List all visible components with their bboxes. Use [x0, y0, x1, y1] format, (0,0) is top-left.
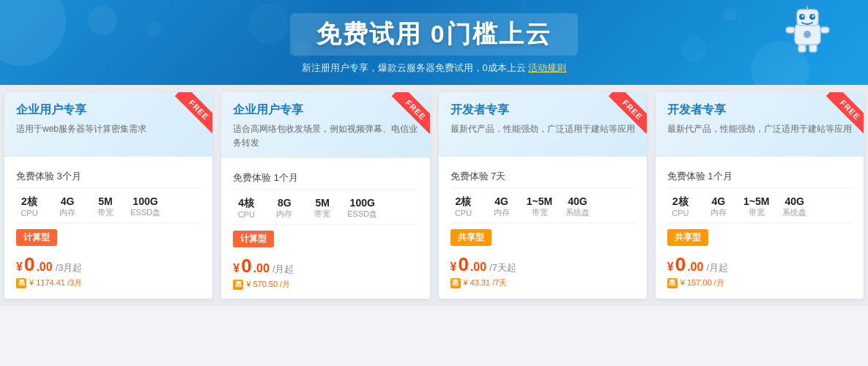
- price-original-1: 惠 ¥ 1174.41 /3月: [16, 277, 201, 288]
- price-decimal-4: .00: [687, 261, 703, 274]
- free-ribbon-3: [596, 92, 647, 143]
- price-integer-1: 0: [24, 253, 34, 276]
- badge-4: 共享型: [667, 229, 708, 246]
- svg-rect-9: [820, 27, 829, 33]
- spec-value-4-3: 40G: [782, 195, 808, 207]
- specs-row-1: 2核 CPU 4G 内存 5M 带宽 100G: [16, 188, 201, 223]
- price-currency-1: ¥: [16, 261, 23, 274]
- price-period-2: /月起: [272, 263, 294, 276]
- spec-label-1-3: ESSD盘: [130, 207, 160, 218]
- spec-value-2-2: 5M: [309, 197, 335, 209]
- spec-item-1-1: 4G 内存: [54, 195, 81, 218]
- price-currency-3: ¥: [450, 261, 457, 274]
- price-row-3: ¥ 0 .00 /7天起 惠 ¥ 43.31 /7天: [450, 249, 635, 290]
- price-period-4: /月起: [706, 261, 728, 274]
- trial-period-4: 免费体验 1个月: [667, 164, 852, 188]
- spec-label-2-3: ESSD盘: [347, 209, 377, 220]
- price-original-icon-1: 惠: [16, 278, 26, 288]
- activity-rules-link[interactable]: 活动规则: [528, 62, 566, 73]
- spec-label-3-3: 系统盘: [565, 207, 591, 218]
- badge-row-3: 共享型: [450, 223, 635, 249]
- price-original-text-1: ¥ 1174.41 /3月: [29, 277, 82, 288]
- spec-value-3-0: 2核: [450, 195, 477, 209]
- spec-item-4-2: 1~5M 带宽: [743, 195, 770, 218]
- free-ribbon-4: [812, 92, 864, 143]
- spec-item-2-2: 5M 带宽: [309, 197, 335, 220]
- card-2: 企业用户专享 适合高网络包收发场景，例如视频弹幕、电信业务转发 免费体验 1个月…: [221, 92, 429, 299]
- spec-value-3-3: 40G: [565, 195, 591, 207]
- price-currency-2: ¥: [233, 262, 240, 275]
- price-main-3: ¥ 0 .00 /7天起: [450, 253, 635, 276]
- spec-value-4-0: 2核: [667, 195, 694, 209]
- price-row-1: ¥ 0 .00 /3月起 惠 ¥ 1174.41 /3月: [16, 249, 201, 290]
- spec-item-3-1: 4G 内存: [489, 195, 515, 218]
- badge-2: 计算型: [233, 231, 274, 247]
- specs-row-2: 4核 CPU 8G 内存 5M 带宽 100G: [233, 190, 418, 225]
- trial-period-2: 免费体验 1个月: [233, 165, 418, 190]
- svg-point-12: [804, 31, 811, 38]
- spec-item-2-3: 100G ESSD盘: [347, 197, 377, 220]
- free-ribbon-1: [161, 92, 212, 143]
- price-row-4: ¥ 0 .00 /月起 惠 ¥ 157.00 /月: [667, 249, 852, 290]
- badge-row-2: 计算型: [233, 225, 418, 250]
- spec-label-2-2: 带宽: [309, 209, 335, 220]
- price-integer-4: 0: [675, 253, 686, 276]
- price-currency-4: ¥: [667, 261, 674, 274]
- price-original-4: 惠 ¥ 157.00 /月: [667, 277, 852, 288]
- price-row-2: ¥ 0 .00 /月起 惠 ¥ 570.50 /月: [233, 250, 418, 291]
- svg-point-6: [802, 15, 804, 18]
- badge-1: 计算型: [16, 229, 57, 246]
- svg-rect-8: [786, 27, 795, 33]
- spec-item-2-1: 8G 内存: [271, 197, 297, 220]
- specs-row-3: 2核 CPU 4G 内存 1~5M 带宽 40G: [450, 188, 635, 223]
- spec-value-3-1: 4G: [489, 195, 515, 207]
- spec-item-3-3: 40G 系统盘: [565, 195, 591, 218]
- spec-label-3-2: 带宽: [527, 207, 553, 218]
- spec-item-4-3: 40G 系统盘: [782, 195, 808, 218]
- card-body-2: 免费体验 1个月 4核 CPU 8G 内存 5M 带宽: [221, 158, 429, 299]
- card-body-4: 免费体验 1个月 2核 CPU 4G 内存 1~5M 带宽: [656, 157, 864, 297]
- spec-item-3-2: 1~5M 带宽: [527, 195, 553, 218]
- price-original-text-2: ¥ 570.50 /月: [246, 279, 290, 290]
- spec-item-1-0: 2核 CPU: [16, 195, 42, 218]
- price-original-text-4: ¥ 157.00 /月: [680, 277, 724, 288]
- spec-label-4-2: 带宽: [743, 207, 770, 218]
- spec-label-4-0: CPU: [667, 209, 694, 217]
- spec-item-4-1: 4G 内存: [705, 195, 732, 218]
- spec-label-1-2: 带宽: [92, 207, 119, 218]
- robot-icon: [784, 4, 831, 58]
- spec-label-1-0: CPU: [16, 209, 42, 217]
- spec-value-1-3: 100G: [130, 195, 160, 207]
- cards-grid: 企业用户专享 适用于web服务器等计算密集需求 免费体验 3个月 2核 CPU …: [0, 85, 868, 306]
- spec-value-3-2: 1~5M: [527, 195, 553, 207]
- price-original-icon-3: 惠: [450, 278, 461, 288]
- price-main-2: ¥ 0 .00 /月起: [233, 255, 418, 277]
- card-1: 企业用户专享 适用于web服务器等计算密集需求 免费体验 3个月 2核 CPU …: [4, 92, 212, 299]
- free-ribbon-2: [379, 92, 430, 143]
- header-banner: 免费试用 0门槛上云 新注册用户专享，爆款云服务器免费试用，0成本上云 活动规则: [0, 0, 868, 85]
- spec-value-1-0: 2核: [16, 195, 42, 209]
- spec-value-1-1: 4G: [54, 195, 81, 207]
- spec-value-2-1: 8G: [271, 197, 297, 209]
- spec-label-4-1: 内存: [705, 207, 732, 218]
- badge-row-4: 共享型: [667, 223, 852, 249]
- spec-item-3-0: 2核 CPU: [450, 195, 477, 218]
- svg-rect-11: [809, 45, 817, 52]
- spec-value-4-1: 4G: [705, 195, 732, 207]
- price-original-text-3: ¥ 43.31 /7天: [464, 277, 508, 288]
- price-original-icon-2: 惠: [233, 280, 243, 290]
- price-period-1: /3月起: [56, 261, 83, 274]
- spec-label-2-0: CPU: [233, 210, 259, 219]
- price-original-2: 惠 ¥ 570.50 /月: [233, 279, 418, 290]
- price-main-4: ¥ 0 .00 /月起: [667, 253, 852, 276]
- badge-3: 共享型: [450, 229, 492, 246]
- spec-item-4-0: 2核 CPU: [667, 195, 694, 218]
- price-original-3: 惠 ¥ 43.31 /7天: [450, 277, 635, 288]
- price-integer-2: 0: [241, 255, 251, 277]
- spec-item-1-2: 5M 带宽: [92, 195, 119, 218]
- spec-item-1-3: 100G ESSD盘: [130, 195, 160, 218]
- spec-label-3-1: 内存: [489, 207, 515, 218]
- spec-value-4-2: 1~5M: [743, 195, 770, 207]
- svg-point-3: [806, 4, 809, 7]
- spec-label-3-0: CPU: [450, 209, 477, 217]
